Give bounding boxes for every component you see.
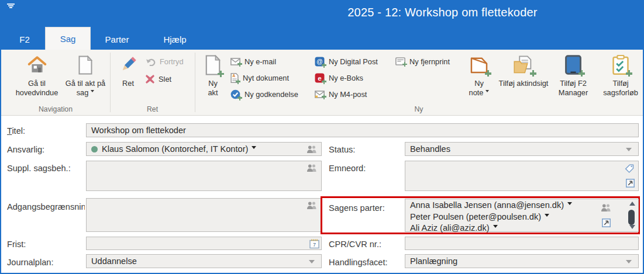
eboks-icon: e xyxy=(315,73,325,83)
plus-badge-icon xyxy=(402,62,407,67)
handlingsfacet-dropdown[interactable]: Planlægning xyxy=(405,254,639,268)
email-icon xyxy=(230,58,240,65)
new-m4-post-button[interactable]: Ny M4-post xyxy=(315,88,367,100)
ribbon: Gå til hovedvindue Gå til akt på sag Nav… xyxy=(1,50,643,116)
clipboard-checklist-icon xyxy=(598,52,643,78)
new-email-button[interactable]: Ny e-mail xyxy=(230,56,276,67)
new-eboks-button[interactable]: e Ny e-Boks xyxy=(315,72,363,84)
sagens-parter-field[interactable]: Anna Isabella Jensen (anna@jensen.dk) Pe… xyxy=(405,199,639,232)
journalplan-dropdown[interactable]: Uddannelse xyxy=(86,254,322,268)
party-entry[interactable]: Peter Poulsen (peter@poulsen.dk) xyxy=(410,211,633,223)
scrollbar-thumb[interactable] xyxy=(628,210,635,225)
cpr-cvr-field[interactable] xyxy=(405,237,639,250)
expand-icon[interactable] xyxy=(602,218,611,227)
calendar-icon[interactable]: 7 xyxy=(309,238,319,249)
plus-badge-icon xyxy=(485,70,491,77)
case-metadata-form: Titel: Workshop om flettekoder Ansvarlig… xyxy=(1,116,643,273)
plus-badge-icon xyxy=(218,71,224,77)
status-label: Status: xyxy=(329,145,355,154)
add-case-process-button[interactable]: Tilføj sagsforløb xyxy=(598,52,643,106)
new-document-icon: A xyxy=(230,73,239,83)
new-note-button[interactable]: Ny note xyxy=(462,52,496,106)
plus-badge-icon xyxy=(322,95,326,99)
new-record-button[interactable]: Ny akt xyxy=(199,52,227,106)
plus-badge-icon xyxy=(626,70,632,77)
people-icon[interactable] xyxy=(306,145,317,154)
plus-badge-icon xyxy=(322,79,326,84)
new-document-button[interactable]: A Nyt dokument xyxy=(230,72,289,84)
plus-badge-icon xyxy=(236,79,240,84)
plus-badge-icon xyxy=(237,96,242,100)
folder-document-icon xyxy=(498,52,549,78)
group-label-ret: Ret xyxy=(110,105,195,113)
suppl-sagsbeh-label: Suppl. sagsbeh.: xyxy=(7,164,71,173)
add-f2-manager-button[interactable]: Tilføj F2 Manager xyxy=(550,52,597,106)
pencil-icon xyxy=(115,52,142,78)
go-to-main-window-button[interactable]: Gå til hovedvindue xyxy=(9,52,64,106)
ansvarlig-label: Ansvarlig: xyxy=(7,145,44,154)
emneord-field[interactable] xyxy=(405,161,639,191)
adgangsbegraensning-label: Adgangsbegrænsning xyxy=(7,202,85,211)
titel-field[interactable]: Workshop om flettekoder xyxy=(86,123,639,137)
new-digital-post-label: Ny Digital Post xyxy=(329,57,378,66)
new-remote-print-button[interactable]: Ny fjernprint xyxy=(395,56,450,67)
plus-badge-icon xyxy=(322,63,326,68)
people-icon[interactable] xyxy=(306,202,317,210)
journalplan-value: Uddannelse xyxy=(91,256,137,266)
add-access-request-button[interactable]: Tilføj aktindsigt xyxy=(498,52,549,106)
party-entry[interactable]: Ali Aziz (ali@aziz.dk) xyxy=(410,223,633,234)
cpr-cvr-label: CPR/CVR nr.: xyxy=(329,240,381,249)
frist-field[interactable]: 7 xyxy=(86,237,322,250)
parties-scrollbar[interactable] xyxy=(628,201,636,230)
new-record-label: Ny akt xyxy=(204,79,222,98)
undo-label: Fortryd xyxy=(160,57,184,66)
svg-text:A: A xyxy=(232,74,235,78)
expand-icon[interactable] xyxy=(626,179,635,188)
scroll-up-icon[interactable] xyxy=(629,202,635,206)
go-to-record-on-case-button[interactable]: Gå til akt på sag xyxy=(63,52,108,106)
app-menu-arrow-icon[interactable] xyxy=(6,4,15,9)
window-title: 2025 - 12: Workshop om flettekoder xyxy=(242,6,643,19)
add-f2-manager-label: Tilføj F2 Manager xyxy=(559,79,588,97)
add-access-request-label: Tilføj aktindsigt xyxy=(499,79,549,88)
new-digital-post-button[interactable]: @ Ny Digital Post xyxy=(315,56,378,67)
new-approval-label: Ny godkendelse xyxy=(244,90,298,99)
emneord-label: Emneord: xyxy=(329,164,366,173)
m4-post-icon xyxy=(315,91,325,98)
tab-f2[interactable]: F2 xyxy=(8,29,41,50)
status-dropdown[interactable]: Behandles xyxy=(405,142,639,156)
undo-button[interactable]: Fortryd xyxy=(146,56,184,67)
people-icon[interactable] xyxy=(600,204,611,212)
delete-button[interactable]: Slet xyxy=(146,73,171,85)
remote-print-icon xyxy=(395,57,405,65)
frist-label: Frist: xyxy=(7,240,26,249)
titel-label: Titel: xyxy=(7,126,25,136)
approval-check-icon xyxy=(230,89,240,99)
tab-sag[interactable]: Sag xyxy=(45,27,91,50)
document-icon xyxy=(63,52,108,78)
people-icon[interactable] xyxy=(306,164,317,172)
adgangsbegraensning-field[interactable] xyxy=(86,198,322,232)
ansvarlig-value: Klaus Salomon (Kontorchef, IT Kontor) xyxy=(102,144,256,154)
titlebar: 2025 - 12: Workshop om flettekoder F2 Sa… xyxy=(1,0,643,50)
sagens-parter-label: Sagens parter: xyxy=(329,203,385,213)
new-document-label: Nyt dokument xyxy=(243,74,289,82)
tab-hjaelp[interactable]: Hjælp xyxy=(150,29,199,50)
new-m4-post-label: Ny M4-post xyxy=(329,90,367,99)
journalplan-label: Journalplan: xyxy=(7,258,54,267)
note-icon xyxy=(462,52,496,78)
delete-x-icon xyxy=(146,75,154,84)
new-note-label: Ny note xyxy=(467,79,491,98)
edit-label: Ret xyxy=(122,79,134,88)
scroll-down-icon[interactable] xyxy=(629,225,635,229)
ribbon-group-separator xyxy=(110,53,111,112)
tag-icon[interactable] xyxy=(625,164,634,174)
digital-post-icon: @ xyxy=(315,57,325,67)
ribbon-group-separator xyxy=(195,53,195,112)
ansvarlig-field[interactable]: Klaus Salomon (Kontorchef, IT Kontor) xyxy=(86,142,322,156)
edit-button[interactable]: Ret xyxy=(115,52,142,106)
f2-case-window: 2025 - 12: Workshop om flettekoder F2 Sa… xyxy=(0,0,644,274)
suppl-sagsbeh-field[interactable] xyxy=(86,161,322,191)
tab-parter[interactable]: Parter xyxy=(91,29,143,50)
new-approval-button[interactable]: Ny godkendelse xyxy=(230,88,298,100)
